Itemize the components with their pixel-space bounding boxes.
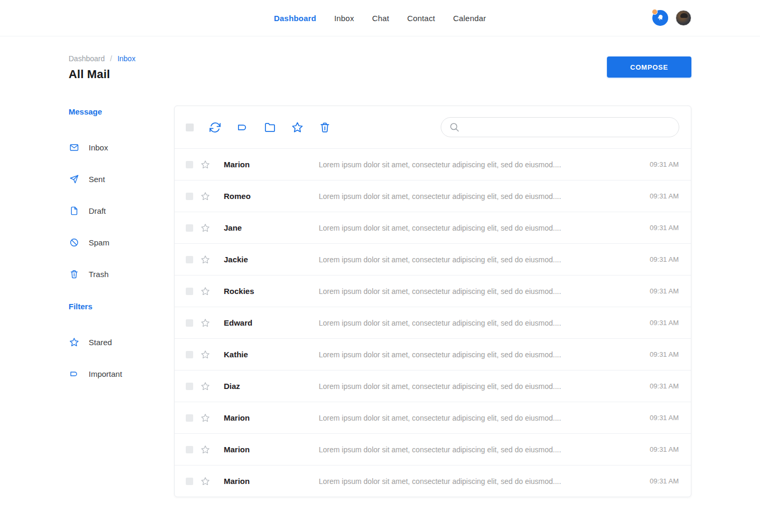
refresh-button[interactable] <box>209 121 221 134</box>
row-checkbox[interactable] <box>186 478 193 485</box>
trash-icon <box>69 269 79 279</box>
mail-row[interactable]: Rockies Lorem ipsum dolor sit amet, cons… <box>175 275 691 307</box>
mail-row[interactable]: Romeo Lorem ipsum dolor sit amet, consec… <box>175 180 691 212</box>
move-to-folder-button[interactable] <box>264 121 276 134</box>
row-checkbox[interactable] <box>186 414 193 422</box>
sidebar-item-label: Draft <box>89 206 106 215</box>
mail-time: 09:31 AM <box>650 382 679 390</box>
sender-name: Marion <box>224 413 303 422</box>
sidebar-message-list: Inbox Sent Draft <box>69 131 174 290</box>
star-icon[interactable] <box>201 318 210 328</box>
sidebar-item-sent[interactable]: Sent <box>69 163 174 195</box>
mail-preview: Lorem ipsum dolor sit amet, consectetur … <box>319 287 641 296</box>
star-icon[interactable] <box>201 350 210 359</box>
sender-name: Edward <box>224 318 303 327</box>
select-all-checkbox[interactable] <box>186 124 194 131</box>
mail-preview: Lorem ipsum dolor sit amet, consectetur … <box>319 192 641 201</box>
row-checkbox[interactable] <box>186 383 193 390</box>
sidebar-item-spam[interactable]: Spam <box>69 226 174 258</box>
mail-row[interactable]: Edward Lorem ipsum dolor sit amet, conse… <box>175 307 691 338</box>
sender-name: Marion <box>224 160 303 169</box>
star-icon[interactable] <box>201 445 210 454</box>
sidebar-filters-header: Filters <box>69 301 174 312</box>
sidebar-item-important[interactable]: Important <box>69 358 174 390</box>
row-checkbox[interactable] <box>186 161 193 168</box>
star-icon <box>69 337 79 347</box>
sidebar-filters-list: Stared Important <box>69 326 174 390</box>
breadcrumb-dashboard[interactable]: Dashboard <box>69 54 105 63</box>
star-icon[interactable] <box>201 160 210 169</box>
nav-item-dashboard[interactable]: Dashboard <box>274 14 316 23</box>
mail-row[interactable]: Marion Lorem ipsum dolor sit amet, conse… <box>175 148 691 180</box>
sender-name: Diaz <box>224 382 303 391</box>
mail-preview: Lorem ipsum dolor sit amet, consectetur … <box>319 255 641 264</box>
breadcrumb-separator: / <box>110 54 112 63</box>
mail-list: Marion Lorem ipsum dolor sit amet, conse… <box>175 148 691 497</box>
row-checkbox[interactable] <box>186 319 193 327</box>
row-checkbox[interactable] <box>186 446 193 453</box>
mail-time: 09:31 AM <box>650 445 679 453</box>
sidebar-item-inbox[interactable]: Inbox <box>69 131 174 163</box>
sender-name: Romeo <box>224 192 303 201</box>
mail-row[interactable]: Marion Lorem ipsum dolor sit amet, conse… <box>175 402 691 433</box>
mail-row[interactable]: Jackie Lorem ipsum dolor sit amet, conse… <box>175 243 691 275</box>
mail-preview: Lorem ipsum dolor sit amet, consectetur … <box>319 160 641 169</box>
breadcrumb-inbox[interactable]: Inbox <box>117 54 135 63</box>
mail-time: 09:31 AM <box>650 414 679 422</box>
mail-row[interactable]: Marion Lorem ipsum dolor sit amet, conse… <box>175 433 691 465</box>
search-box <box>441 117 679 137</box>
sidebar-item-stared[interactable]: Stared <box>69 326 174 358</box>
star-icon[interactable] <box>201 287 210 296</box>
row-checkbox[interactable] <box>186 351 193 358</box>
mail-time: 09:31 AM <box>650 287 679 295</box>
mail-time: 09:31 AM <box>650 224 679 232</box>
row-checkbox[interactable] <box>186 256 193 263</box>
star-icon[interactable] <box>201 192 210 201</box>
nav-item-chat[interactable]: Chat <box>372 14 390 23</box>
star-icon[interactable] <box>201 413 210 423</box>
mail-panel: Marion Lorem ipsum dolor sit amet, conse… <box>174 106 691 497</box>
label-button[interactable] <box>236 121 249 134</box>
mail-time: 09:31 AM <box>650 350 679 358</box>
sidebar-message-header: Message <box>69 107 174 117</box>
mail-preview: Lorem ipsum dolor sit amet, consectetur … <box>319 414 641 422</box>
mail-row[interactable]: Kathie Lorem ipsum dolor sit amet, conse… <box>175 338 691 370</box>
sender-name: Jackie <box>224 255 303 264</box>
mail-row[interactable]: Diaz Lorem ipsum dolor sit amet, consect… <box>175 370 691 402</box>
mail-time: 09:31 AM <box>650 192 679 200</box>
sidebar-item-label: Important <box>89 369 122 378</box>
envelope-icon <box>69 142 79 153</box>
label-icon <box>236 121 249 134</box>
sidebar-item-trash[interactable]: Trash <box>69 258 174 290</box>
sender-name: Marion <box>224 445 303 454</box>
sidebar-item-draft[interactable]: Draft <box>69 195 174 226</box>
compose-button[interactable]: COMPOSE <box>607 56 691 78</box>
star-icon[interactable] <box>201 477 210 486</box>
delete-button[interactable] <box>319 121 331 134</box>
row-checkbox[interactable] <box>186 193 193 200</box>
mail-row[interactable]: Jane Lorem ipsum dolor sit amet, consect… <box>175 212 691 243</box>
nav-item-inbox[interactable]: Inbox <box>334 14 354 23</box>
notifications-button[interactable] <box>652 10 668 26</box>
search-input[interactable] <box>441 117 679 137</box>
page-head: Dashboard / Inbox All Mail COMPOSE <box>69 54 691 81</box>
star-icon[interactable] <box>201 255 210 264</box>
nav-item-contact[interactable]: Contact <box>407 14 435 23</box>
star-icon[interactable] <box>201 223 210 233</box>
sidebar-item-label: Sent <box>89 175 105 184</box>
main-nav: Dashboard Inbox Chat Contact Calendar <box>274 14 486 23</box>
folder-icon <box>264 121 276 134</box>
row-checkbox[interactable] <box>186 288 193 295</box>
block-icon <box>69 237 79 248</box>
page-title: All Mail <box>69 68 136 81</box>
star-icon[interactable] <box>201 382 210 391</box>
mail-row[interactable]: Marion Lorem ipsum dolor sit amet, conse… <box>175 465 691 497</box>
star-button[interactable] <box>291 121 303 134</box>
mail-preview: Lorem ipsum dolor sit amet, consectetur … <box>319 319 641 327</box>
user-avatar[interactable] <box>676 10 691 26</box>
mail-time: 09:31 AM <box>650 160 679 168</box>
mail-time: 09:31 AM <box>650 319 679 327</box>
nav-item-calendar[interactable]: Calendar <box>453 14 486 23</box>
row-checkbox[interactable] <box>186 224 193 232</box>
star-icon <box>291 121 303 134</box>
